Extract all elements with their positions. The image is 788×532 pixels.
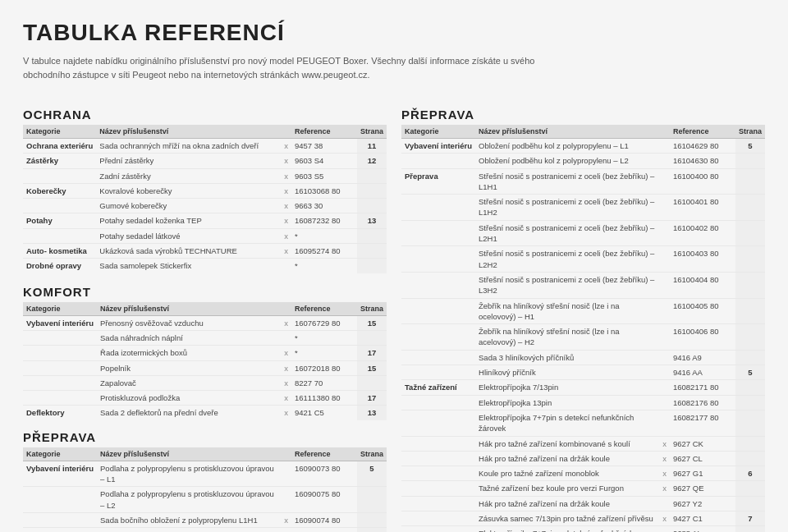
x-cell xyxy=(659,195,670,221)
ref-cell: 9457 38 xyxy=(291,139,357,154)
intro-text: V tabulce najdete nabídku originálního p… xyxy=(23,54,765,81)
x-cell xyxy=(659,139,670,154)
strana-cell xyxy=(357,528,387,532)
x-cell: x xyxy=(281,346,291,360)
ref-cell: 16090075 80 xyxy=(291,487,357,513)
preprava-left-table: Kategorie Název příslušenství Reference … xyxy=(23,447,387,532)
table-row: Potahy sedadel látkovéx* xyxy=(23,228,387,243)
ochrana-title: OCHRANA xyxy=(23,108,387,122)
kat-cell xyxy=(401,496,475,511)
table-row: KoberečkyKovralové koberečkyx16103068 80 xyxy=(23,183,387,198)
kat-cell xyxy=(401,511,475,526)
strana-cell xyxy=(357,259,387,273)
strana-cell xyxy=(735,380,765,395)
strana-cell xyxy=(357,375,387,390)
x-cell xyxy=(659,380,670,395)
komfort-title: KOMFORT xyxy=(23,285,387,299)
col-kat: Kategorie xyxy=(23,302,97,316)
col-nazev: Název příslušenství xyxy=(97,302,281,316)
col-ref: Reference xyxy=(291,302,357,316)
nazev-cell: Potahy sedadel látkové xyxy=(96,228,281,243)
x-cell xyxy=(659,298,670,324)
nazev-cell: Sada náhradních náplní xyxy=(97,330,281,345)
kat-cell xyxy=(401,526,475,532)
nazev-cell: Podlaha z polypropylenu s protiskluzovou… xyxy=(97,461,281,487)
ref-cell: 16082177 80 xyxy=(670,410,735,436)
kat-cell: Deflektory xyxy=(23,406,97,420)
nazev-cell: Střešní nosič s postranicemi z oceli (be… xyxy=(475,272,659,298)
nazev-cell: Zadní zástěrky xyxy=(96,168,281,183)
nazev-cell: Obložení podběhu kol z polypropylenu – L… xyxy=(475,154,659,168)
nazev-cell: Ukázková sada výrobků TECHNATURE xyxy=(96,244,281,259)
nazev-cell: Elektropřípojka 13pin xyxy=(475,395,659,410)
ref-cell: 9627 G1 xyxy=(670,466,735,481)
nazev-cell: Sada bočního obložení z polypropylenu L1… xyxy=(97,528,281,532)
strana-cell: 5 xyxy=(735,365,765,380)
strana-cell xyxy=(357,168,387,183)
kat-cell: Vybavení interiéru xyxy=(23,315,97,330)
table-row: Koule pro tažné zařízení monoblokx9627 G… xyxy=(401,466,765,481)
nazev-cell: Zapalovač xyxy=(97,375,281,390)
ref-cell: * xyxy=(291,346,357,360)
kat-cell xyxy=(401,220,475,246)
strana-cell xyxy=(735,526,765,532)
ref-cell: 9416 A9 xyxy=(670,350,735,365)
x-cell xyxy=(281,528,291,532)
kat-cell xyxy=(401,246,475,273)
x-cell: x xyxy=(281,228,291,243)
nazev-cell: Hák pro tažné zařízení na držák koule xyxy=(475,451,659,466)
nazev-cell: Žebřík na hliníkový střešní nosič (lze i… xyxy=(475,324,659,351)
col-kat: Kategorie xyxy=(23,125,96,139)
x-cell xyxy=(659,350,670,365)
kat-cell xyxy=(23,391,97,406)
col-kat: Kategorie xyxy=(401,125,475,139)
ref-cell: 16072018 80 xyxy=(291,360,357,375)
table-row: Sada bočního obložení z polypropylenu L1… xyxy=(23,528,387,532)
ref-cell: * xyxy=(291,330,357,345)
x-cell: x xyxy=(281,139,291,154)
strana-cell xyxy=(735,436,765,451)
ref-cell: 9663 30 xyxy=(291,199,357,213)
kat-cell xyxy=(401,481,475,496)
ochrana-table: Kategorie Název příslušenství Reference … xyxy=(23,125,387,273)
x-cell xyxy=(659,272,670,298)
table-row: PřepravaStřešní nosič s postranicemi z o… xyxy=(401,168,765,195)
col-x xyxy=(281,125,291,139)
ref-cell: 16087232 80 xyxy=(291,213,357,228)
nazev-cell: Sada samolepek Stickerfix xyxy=(96,259,281,273)
strana-cell: 15 xyxy=(357,360,387,375)
x-cell: x xyxy=(659,466,670,481)
strana-cell: 15 xyxy=(357,315,387,330)
table-row: Hák pro tažné zařízení na držák koulex96… xyxy=(401,451,765,466)
table-row: Žebřík na hliníkový střešní nosič (lze i… xyxy=(401,324,765,351)
x-cell: x xyxy=(659,436,670,451)
ref-cell: 16104630 80 xyxy=(670,154,735,168)
table-row: Střešní nosič s postranicemi z oceli (be… xyxy=(401,246,765,273)
kat-cell xyxy=(401,272,475,298)
table-row: Střešní nosič s postranicemi z oceli (be… xyxy=(401,272,765,298)
strana-cell xyxy=(357,487,387,513)
kat-cell xyxy=(23,168,96,183)
x-cell: x xyxy=(281,199,291,213)
ref-cell: 16103068 80 xyxy=(291,183,357,198)
kat-cell xyxy=(401,410,475,436)
kat-cell xyxy=(401,350,475,365)
kat-cell xyxy=(23,512,97,527)
table-row: Hák pro tažné zařízení kombinované s kou… xyxy=(401,436,765,451)
nazev-cell: Sada ochranných mříží na okna zadních dv… xyxy=(96,139,281,154)
col-nazev: Název příslušenství xyxy=(97,447,281,461)
table-row: Elektropřípojka 7+7pin s detekcí nefunkč… xyxy=(401,410,765,436)
x-cell xyxy=(659,365,670,380)
ref-cell: 8227 70 xyxy=(291,375,357,390)
ref-cell: 16104629 80 xyxy=(670,139,735,154)
x-cell xyxy=(659,526,670,532)
table-row: Tažné zařízeníElektropřípojka 7/13pin160… xyxy=(401,380,765,395)
kat-cell xyxy=(23,375,97,390)
strana-cell: 12 xyxy=(357,154,387,168)
x-cell: x xyxy=(281,512,291,527)
strana-cell xyxy=(735,195,765,221)
kat-cell xyxy=(23,199,96,213)
kat-cell xyxy=(23,528,97,532)
ref-cell: 16100405 80 xyxy=(670,298,735,324)
strana-cell xyxy=(735,350,765,365)
